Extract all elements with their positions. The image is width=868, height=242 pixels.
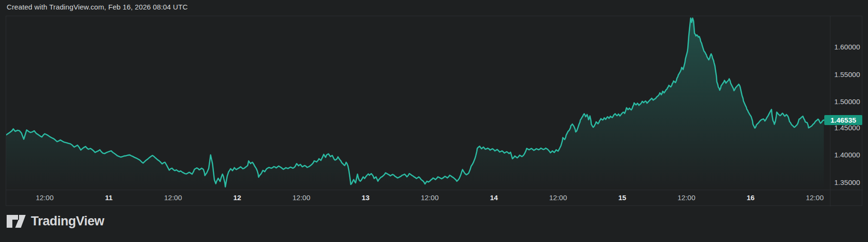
- price-axis-label: 1.50000: [834, 97, 860, 106]
- time-axis-day-label: 12: [233, 194, 241, 202]
- tradingview-logo[interactable]: TradingView: [7, 215, 104, 228]
- time-axis-hour-label: 12:00: [164, 194, 182, 202]
- chart-frame: 1.600001.550001.500001.450001.400001.350…: [6, 16, 862, 206]
- last-price-badge: 1.46535: [824, 115, 862, 125]
- tradingview-logo-text: TradingView: [31, 215, 104, 228]
- price-axis-label: 1.40000: [834, 151, 860, 159]
- attribution-text: Created with TradingView.com, Feb 16, 20…: [7, 3, 188, 11]
- time-axis-day-label: 11: [105, 194, 113, 202]
- price-axis[interactable]: 1.600001.550001.500001.450001.400001.350…: [830, 16, 863, 190]
- time-axis[interactable]: 12:001112:001212:001312:001412:001512:00…: [6, 190, 830, 206]
- price-axis-label: 1.35000: [834, 178, 860, 187]
- time-axis-hour-label: 12:00: [549, 194, 567, 202]
- tradingview-logo-icon: [7, 215, 26, 228]
- price-axis-label: 1.60000: [834, 43, 860, 51]
- time-axis-hour-label: 12:00: [421, 194, 439, 202]
- chart-pane[interactable]: [6, 16, 830, 190]
- price-axis-label: 1.55000: [834, 70, 860, 79]
- price-area-chart: [6, 16, 830, 190]
- time-axis-day-label: 15: [618, 194, 627, 202]
- last-price-value: 1.46535: [830, 116, 856, 124]
- time-axis-day-label: 13: [362, 194, 370, 202]
- time-axis-hour-label: 12:00: [36, 194, 54, 202]
- time-axis-hour-label: 12:00: [677, 194, 695, 202]
- time-axis-hour-label: 12:00: [292, 194, 310, 202]
- time-axis-day-label: 16: [747, 194, 755, 202]
- time-axis-day-label: 14: [490, 194, 498, 202]
- tradingview-snapshot: Created with TradingView.com, Feb 16, 20…: [0, 0, 868, 242]
- time-axis-hour-label: 12:00: [806, 194, 824, 202]
